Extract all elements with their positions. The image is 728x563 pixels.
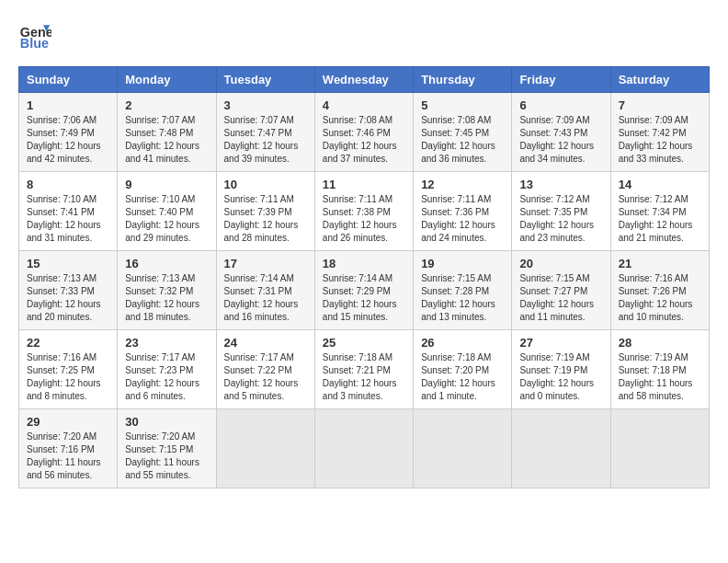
calendar-week-4: 22Sunrise: 7:16 AMSunset: 7:25 PMDayligh… — [19, 330, 710, 409]
day-info: Sunrise: 7:16 AMSunset: 7:26 PMDaylight:… — [619, 272, 701, 324]
day-number: 6 — [519, 98, 602, 112]
day-number: 10 — [224, 178, 307, 191]
day-number: 11 — [323, 178, 405, 191]
day-info: Sunrise: 7:14 AMSunset: 7:31 PMDaylight:… — [224, 272, 307, 324]
day-number: 26 — [421, 336, 504, 350]
calendar-cell: 8Sunrise: 7:10 AMSunset: 7:41 PMDaylight… — [19, 172, 118, 251]
day-number: 19 — [421, 257, 504, 270]
day-number: 3 — [224, 98, 307, 112]
svg-text:Blue: Blue — [20, 36, 49, 51]
calendar-header-row: SundayMondayTuesdayWednesdayThursdayFrid… — [19, 67, 710, 93]
calendar-week-5: 29Sunrise: 7:20 AMSunset: 7:16 PMDayligh… — [19, 409, 710, 488]
calendar-cell: 24Sunrise: 7:17 AMSunset: 7:22 PMDayligh… — [216, 330, 314, 409]
calendar-cell: 2Sunrise: 7:07 AMSunset: 7:48 PMDaylight… — [118, 93, 216, 172]
day-number: 22 — [27, 336, 109, 350]
col-header-thursday: Thursday — [414, 67, 512, 93]
day-number: 21 — [619, 257, 701, 270]
calendar-cell: 20Sunrise: 7:15 AMSunset: 7:27 PMDayligh… — [512, 251, 610, 330]
day-info: Sunrise: 7:15 AMSunset: 7:28 PMDaylight:… — [421, 272, 504, 324]
calendar-cell — [216, 409, 314, 488]
calendar-cell: 18Sunrise: 7:14 AMSunset: 7:29 PMDayligh… — [314, 251, 413, 330]
day-info: Sunrise: 7:09 AMSunset: 7:43 PMDaylight:… — [519, 114, 602, 166]
day-number: 5 — [421, 98, 504, 112]
calendar-cell: 29Sunrise: 7:20 AMSunset: 7:16 PMDayligh… — [19, 409, 118, 488]
calendar-table: SundayMondayTuesdayWednesdayThursdayFrid… — [18, 66, 710, 488]
calendar-cell: 15Sunrise: 7:13 AMSunset: 7:33 PMDayligh… — [19, 251, 118, 330]
day-info: Sunrise: 7:14 AMSunset: 7:29 PMDaylight:… — [323, 272, 405, 324]
day-number: 8 — [27, 178, 109, 191]
day-info: Sunrise: 7:20 AMSunset: 7:16 PMDaylight:… — [27, 431, 109, 482]
day-number: 12 — [421, 178, 504, 191]
day-info: Sunrise: 7:18 AMSunset: 7:20 PMDaylight:… — [421, 351, 504, 403]
calendar-cell: 6Sunrise: 7:09 AMSunset: 7:43 PMDaylight… — [512, 93, 610, 172]
day-info: Sunrise: 7:17 AMSunset: 7:23 PMDaylight:… — [125, 351, 208, 403]
day-info: Sunrise: 7:19 AMSunset: 7:18 PMDaylight:… — [619, 351, 701, 403]
day-info: Sunrise: 7:07 AMSunset: 7:48 PMDaylight:… — [125, 114, 208, 166]
calendar-cell: 23Sunrise: 7:17 AMSunset: 7:23 PMDayligh… — [118, 330, 216, 409]
day-number: 2 — [125, 98, 208, 112]
calendar-week-3: 15Sunrise: 7:13 AMSunset: 7:33 PMDayligh… — [19, 251, 710, 330]
logo-icon: General Blue — [18, 18, 51, 52]
col-header-saturday: Saturday — [610, 67, 709, 93]
calendar-cell: 16Sunrise: 7:13 AMSunset: 7:32 PMDayligh… — [118, 251, 216, 330]
calendar-cell: 25Sunrise: 7:18 AMSunset: 7:21 PMDayligh… — [314, 330, 413, 409]
day-info: Sunrise: 7:09 AMSunset: 7:42 PMDaylight:… — [619, 114, 701, 166]
day-number: 24 — [224, 336, 307, 350]
calendar-cell: 13Sunrise: 7:12 AMSunset: 7:35 PMDayligh… — [512, 172, 610, 251]
calendar-week-2: 8Sunrise: 7:10 AMSunset: 7:41 PMDaylight… — [19, 172, 710, 251]
day-number: 14 — [619, 178, 701, 191]
day-number: 13 — [519, 178, 602, 191]
day-info: Sunrise: 7:18 AMSunset: 7:21 PMDaylight:… — [323, 351, 405, 403]
day-info: Sunrise: 7:06 AMSunset: 7:49 PMDaylight:… — [27, 114, 109, 166]
day-number: 28 — [619, 336, 701, 350]
day-info: Sunrise: 7:13 AMSunset: 7:32 PMDaylight:… — [125, 272, 208, 324]
calendar-cell: 30Sunrise: 7:20 AMSunset: 7:15 PMDayligh… — [118, 409, 216, 488]
day-info: Sunrise: 7:19 AMSunset: 7:19 PMDaylight:… — [519, 351, 602, 403]
day-info: Sunrise: 7:11 AMSunset: 7:39 PMDaylight:… — [224, 193, 307, 245]
day-number: 25 — [323, 336, 405, 350]
day-info: Sunrise: 7:10 AMSunset: 7:41 PMDaylight:… — [27, 193, 109, 245]
calendar-cell: 19Sunrise: 7:15 AMSunset: 7:28 PMDayligh… — [414, 251, 512, 330]
calendar-cell: 27Sunrise: 7:19 AMSunset: 7:19 PMDayligh… — [512, 330, 610, 409]
calendar-cell: 4Sunrise: 7:08 AMSunset: 7:46 PMDaylight… — [314, 93, 413, 172]
calendar-cell: 1Sunrise: 7:06 AMSunset: 7:49 PMDaylight… — [19, 93, 118, 172]
day-info: Sunrise: 7:08 AMSunset: 7:46 PMDaylight:… — [323, 114, 405, 166]
day-number: 4 — [323, 98, 405, 112]
calendar-cell: 9Sunrise: 7:10 AMSunset: 7:40 PMDaylight… — [118, 172, 216, 251]
calendar-week-1: 1Sunrise: 7:06 AMSunset: 7:49 PMDaylight… — [19, 93, 710, 172]
day-info: Sunrise: 7:11 AMSunset: 7:36 PMDaylight:… — [421, 193, 504, 245]
logo: General Blue — [18, 18, 51, 52]
calendar-cell: 5Sunrise: 7:08 AMSunset: 7:45 PMDaylight… — [414, 93, 512, 172]
calendar-cell: 22Sunrise: 7:16 AMSunset: 7:25 PMDayligh… — [19, 330, 118, 409]
calendar-cell: 26Sunrise: 7:18 AMSunset: 7:20 PMDayligh… — [414, 330, 512, 409]
calendar-cell: 11Sunrise: 7:11 AMSunset: 7:38 PMDayligh… — [314, 172, 413, 251]
day-info: Sunrise: 7:10 AMSunset: 7:40 PMDaylight:… — [125, 193, 208, 245]
calendar-cell — [314, 409, 413, 488]
day-info: Sunrise: 7:12 AMSunset: 7:35 PMDaylight:… — [519, 193, 602, 245]
calendar-body: 1Sunrise: 7:06 AMSunset: 7:49 PMDaylight… — [19, 93, 710, 488]
calendar-cell: 21Sunrise: 7:16 AMSunset: 7:26 PMDayligh… — [610, 251, 709, 330]
col-header-tuesday: Tuesday — [216, 67, 314, 93]
day-number: 9 — [125, 178, 208, 191]
day-info: Sunrise: 7:08 AMSunset: 7:45 PMDaylight:… — [421, 114, 504, 166]
day-number: 17 — [224, 257, 307, 270]
calendar-cell: 12Sunrise: 7:11 AMSunset: 7:36 PMDayligh… — [414, 172, 512, 251]
calendar-cell — [512, 409, 610, 488]
calendar-cell: 28Sunrise: 7:19 AMSunset: 7:18 PMDayligh… — [610, 330, 709, 409]
calendar-cell — [610, 409, 709, 488]
col-header-sunday: Sunday — [19, 67, 118, 93]
day-number: 18 — [323, 257, 405, 270]
day-info: Sunrise: 7:17 AMSunset: 7:22 PMDaylight:… — [224, 351, 307, 403]
day-number: 7 — [619, 98, 701, 112]
day-info: Sunrise: 7:13 AMSunset: 7:33 PMDaylight:… — [27, 272, 109, 324]
calendar-cell — [414, 409, 512, 488]
day-info: Sunrise: 7:15 AMSunset: 7:27 PMDaylight:… — [519, 272, 602, 324]
day-info: Sunrise: 7:11 AMSunset: 7:38 PMDaylight:… — [323, 193, 405, 245]
calendar-cell: 10Sunrise: 7:11 AMSunset: 7:39 PMDayligh… — [216, 172, 314, 251]
col-header-friday: Friday — [512, 67, 610, 93]
day-number: 23 — [125, 336, 208, 350]
calendar-cell: 14Sunrise: 7:12 AMSunset: 7:34 PMDayligh… — [610, 172, 709, 251]
col-header-monday: Monday — [118, 67, 216, 93]
day-number: 1 — [27, 98, 109, 112]
calendar-cell: 17Sunrise: 7:14 AMSunset: 7:31 PMDayligh… — [216, 251, 314, 330]
